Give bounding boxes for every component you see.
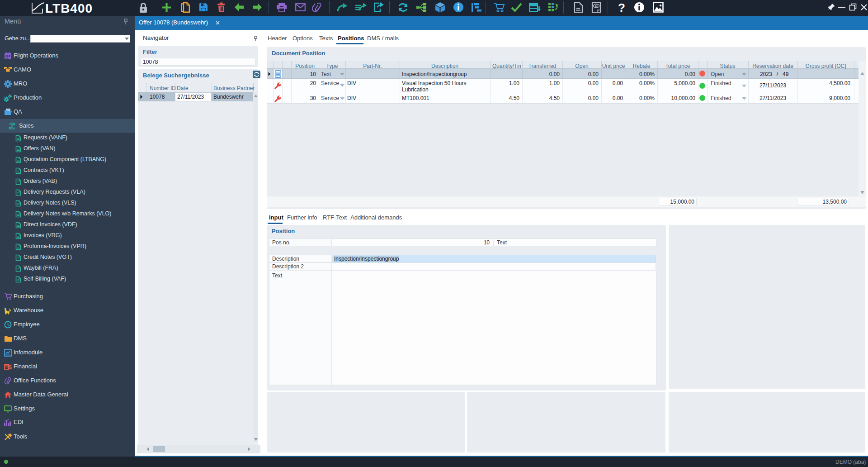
svg-text:LTB400: LTB400 (45, 1, 93, 14)
svg-text:$: $ (8, 363, 12, 371)
svg-text:$: $ (11, 124, 14, 129)
